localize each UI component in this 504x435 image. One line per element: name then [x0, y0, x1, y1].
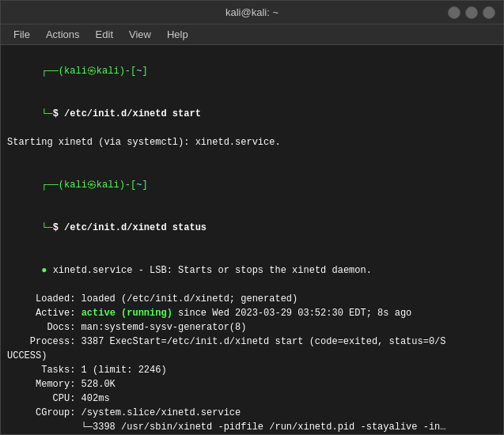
status-cpu: CPU: 402ms: [7, 392, 497, 406]
menu-edit[interactable]: Edit: [89, 27, 119, 42]
terminal-window: kali@kali: ~ File Actions Edit View Help…: [0, 0, 504, 435]
status-tasks: Tasks: 1 (limit: 2246): [7, 363, 497, 377]
menu-actions[interactable]: Actions: [40, 27, 86, 42]
titlebar: kali@kali: ~: [1, 1, 503, 25]
titlebar-buttons: [448, 6, 495, 19]
status-memory: Memory: 528.0K: [7, 377, 497, 392]
maximize-button[interactable]: [465, 6, 478, 19]
blank-1: [7, 149, 497, 164]
menubar: File Actions Edit View Help: [1, 25, 503, 45]
status-loaded: Loaded: loaded (/etc/init.d/xinetd; gene…: [7, 292, 497, 306]
cmd-line-2: └─$ /etc/init.d/xinetd status: [7, 206, 497, 249]
cmd-line-1: └─$ /etc/init.d/xinetd start: [7, 93, 497, 135]
status-process: Process: 3387 ExecStart=/etc/init.d/xine…: [7, 335, 497, 349]
menu-file[interactable]: File: [7, 27, 36, 42]
close-button[interactable]: [483, 6, 495, 19]
prompt-line-2: ┌──(kali㉿kali)-[~]: [7, 164, 497, 206]
terminal-body[interactable]: ┌──(kali㉿kali)-[~] └─$ /etc/init.d/xinet…: [1, 45, 503, 434]
titlebar-title: kali@kali: ~: [225, 6, 279, 18]
minimize-button[interactable]: [448, 6, 460, 19]
status-docs: Docs: man:systemd-sysv-generator(8): [7, 320, 497, 335]
prompt-line-1: ┌──(kali㉿kali)-[~]: [7, 50, 497, 93]
status-process-2: UCCESS): [7, 349, 497, 363]
status-active: Active: active (running) since Wed 2023-…: [7, 306, 497, 320]
status-cgroup: CGroup: /system.slice/xinetd.service: [7, 406, 497, 420]
menu-view[interactable]: View: [123, 27, 157, 42]
menu-help[interactable]: Help: [161, 27, 195, 42]
output-start: Starting xinetd (via systemctl): xinetd.…: [7, 135, 497, 149]
status-cgroup-2: └─3398 /usr/sbin/xinetd -pidfile /run/xi…: [7, 420, 497, 434]
service-status-header: ● xinetd.service - LSB: Starts or stops …: [7, 249, 497, 292]
